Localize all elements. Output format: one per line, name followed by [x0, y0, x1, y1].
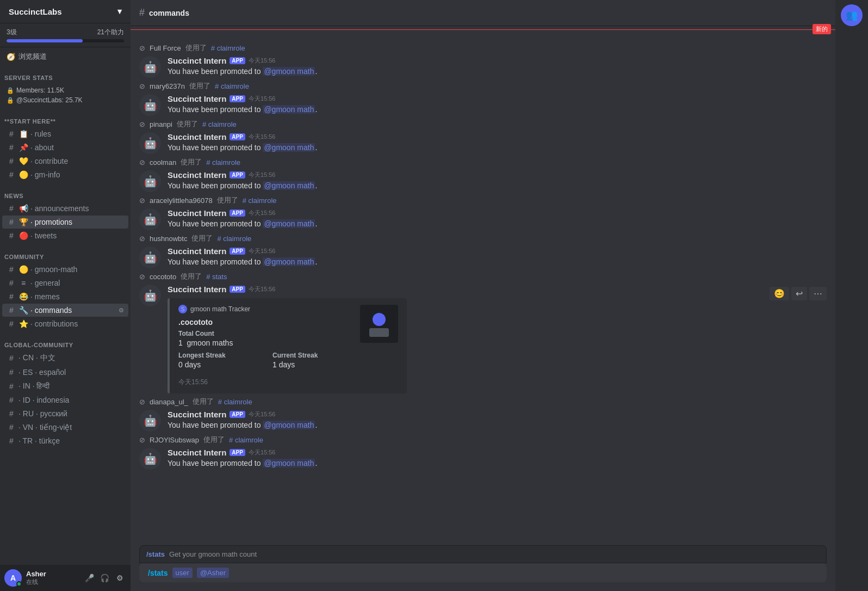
hash-icon: #: [7, 279, 16, 287]
longest-streak-value: 0 days: [178, 360, 259, 369]
mute-button[interactable]: 🎤: [83, 571, 96, 584]
timestamp-8: 今天15:56: [249, 410, 276, 418]
total-count-value: 1 gmoon maths: [178, 338, 354, 347]
sidebar-item-about[interactable]: # 📌 · about: [2, 141, 128, 154]
members-icon-button[interactable]: 👥: [841, 4, 863, 26]
settings-button[interactable]: ⚙: [113, 571, 126, 584]
system-user-4: coolman: [150, 158, 176, 167]
lock-icon: 🔒: [7, 87, 14, 94]
channel-header: # commands: [131, 0, 835, 26]
app-badge-9: APP: [230, 449, 245, 456]
sidebar-item-general[interactable]: # ≡ · general: [2, 276, 128, 290]
messages-area[interactable]: ⊘ Full Force 使用了 # claimrole 🤖 Succinct …: [131, 33, 835, 541]
sidebar-item-contribute[interactable]: # 💛 · contribute: [2, 155, 128, 168]
system-message-8: ⊘ dianapa_ul_ 使用了 # claimrole: [131, 396, 835, 408]
system-message-4: ⊘ coolman 使用了 # claimrole: [131, 156, 835, 168]
hash-icon: #: [7, 170, 16, 179]
embed-author: S gmoon math Tracker: [178, 305, 354, 313]
system-message-6: ⊘ hushnowbtc 使用了 # claimrole: [131, 232, 835, 244]
level-bar-fill: [7, 39, 83, 42]
mention-2: @gmoon math: [263, 105, 315, 114]
global-channels: # · CN · 中文 # · ES · español # · IN · हि…: [0, 350, 131, 448]
mention-6: @gmoon math: [263, 257, 315, 266]
message-text-3: You have been promoted to @gmoon math.: [168, 143, 827, 153]
sender-name-embed: Succinct Intern: [168, 285, 226, 294]
system-user: Full Force: [150, 44, 181, 52]
sender-name-8: Succinct Intern: [168, 410, 226, 419]
sidebar-item-vietnamese[interactable]: # · VN · tiếng-việt: [2, 421, 128, 434]
system-message-2: ⊘ mary6237n 使用了 # claimrole: [131, 80, 835, 92]
message-row-3: 🤖 Succinct Intern APP 今天15:56 You have b…: [131, 130, 835, 156]
bot-icon-4: ⊘: [139, 158, 145, 167]
sidebar-item-gm-info[interactable]: # 🟡 · gm-info: [2, 168, 128, 181]
sidebar-item-rules[interactable]: # 📋 · rules: [2, 127, 128, 140]
embed-author-icon: S: [178, 305, 187, 313]
hash-icon: #: [7, 231, 16, 240]
sidebar-item-hindi[interactable]: # · IN · हिन्दी: [2, 379, 128, 393]
online-status-indicator: [16, 581, 22, 587]
message-content-4: Succinct Intern APP 今天15:56 You have bee…: [168, 170, 827, 192]
embed-timestamp: 今天15:56: [178, 378, 354, 387]
message-row-5: 🤖 Succinct Intern APP 今天15:56 You have b…: [131, 206, 835, 232]
sidebar-item-contributions[interactable]: # ⭐ · contributions: [2, 317, 128, 330]
channel-settings-icon[interactable]: ⚙: [119, 307, 124, 314]
system-action-8: 使用了: [193, 397, 214, 407]
emoji-reaction-button[interactable]: 😊: [770, 287, 789, 300]
longest-streak-field: Longest Streak 0 days: [178, 352, 259, 373]
reply-button[interactable]: ↩: [791, 287, 807, 300]
sidebar-item-gmoon-math[interactable]: # 🟡 · gmoon-math: [2, 263, 128, 276]
community-label: COMMUNITY: [0, 245, 131, 262]
system-message-7: ⊘ cocototo 使用了 # stats: [131, 270, 835, 282]
level-label: 3级: [7, 28, 17, 37]
sender-name-6: Succinct Intern: [168, 247, 226, 256]
system-action-3: 使用了: [177, 119, 198, 129]
browse-channels-button[interactable]: 🧭 浏览频道: [0, 47, 131, 66]
message-content-9: Succinct Intern APP 今天15:56 You have bee…: [168, 448, 827, 470]
system-action-2: 使用了: [189, 81, 210, 91]
lock-icon-2: 🔒: [7, 97, 14, 104]
sidebar-item-promotions[interactable]: # 🏆 · promotions: [2, 216, 128, 229]
boost-count: 21个助力: [97, 28, 124, 37]
message-content-5: Succinct Intern APP 今天15:56 You have bee…: [168, 208, 827, 230]
compass-icon: 🧭: [7, 53, 15, 61]
sidebar-item-spanish[interactable]: # · ES · español: [2, 366, 128, 379]
headphone-button[interactable]: 🎧: [98, 571, 111, 584]
message-text: You have been promoted to @gmoon math.: [168, 66, 827, 77]
mention-4: @gmoon math: [263, 181, 315, 190]
timestamp-2: 今天15:56: [249, 95, 276, 103]
sidebar-item-chinese[interactable]: # · CN · 中文: [2, 351, 128, 365]
app-badge: APP: [230, 57, 245, 64]
sidebar-item-turkish[interactable]: # · TR · türkçe: [2, 434, 128, 447]
main-content: # commands 新的 ⊘ Full Force 使用了 # claimro…: [131, 0, 835, 591]
system-message: ⊘ Full Force 使用了 # claimrole: [131, 42, 835, 54]
command-tag-5: # claimrole: [243, 196, 277, 205]
username: Asher: [26, 570, 78, 578]
embed-fields-row: Longest Streak 0 days Current Streak 1 d…: [178, 352, 354, 373]
more-options-button[interactable]: ⋯: [809, 287, 827, 300]
total-count-label: Total Count: [178, 330, 354, 337]
message-input[interactable]: [233, 569, 818, 577]
hash-icon: #: [7, 423, 16, 432]
system-user-2: mary6237n: [150, 82, 185, 90]
system-user-5: aracelylittleha96078: [150, 196, 213, 205]
sidebar-item-memes[interactable]: # 😂 · memes: [2, 290, 128, 303]
message-row: 🤖 Succinct Intern APP 今天15:56 You have b…: [131, 54, 835, 80]
sender-name-3: Succinct Intern: [168, 132, 226, 141]
hash-icon: #: [7, 409, 16, 418]
autocomplete-row: /stats Get your gmoon math count: [146, 550, 820, 558]
bot-icon-2: ⊘: [139, 82, 145, 90]
server-header[interactable]: SuccinctLabs ▾: [0, 0, 131, 23]
hash-icon: #: [7, 319, 16, 328]
user-info: Asher 在线: [26, 570, 78, 586]
sidebar-item-indonesian[interactable]: # · ID · indonesia: [2, 393, 128, 407]
sidebar-item-russian[interactable]: # · RU · русский: [2, 407, 128, 420]
news-channels: # 📢 · announcements # 🏆 · promotions # 🔴…: [0, 201, 131, 243]
message-content-8: Succinct Intern APP 今天15:56 You have bee…: [168, 410, 827, 432]
sidebar-item-tweets[interactable]: # 🔴 · tweets: [2, 229, 128, 242]
timestamp-3: 今天15:56: [249, 133, 276, 141]
svg-point-1: [373, 313, 386, 326]
sidebar-item-announcements[interactable]: # 📢 · announcements: [2, 202, 128, 215]
embed-username: .cocototo: [178, 318, 354, 327]
sidebar-item-commands[interactable]: # 🔧 · commands ⚙: [2, 304, 128, 317]
start-here-label: **START HERE**: [0, 109, 131, 127]
